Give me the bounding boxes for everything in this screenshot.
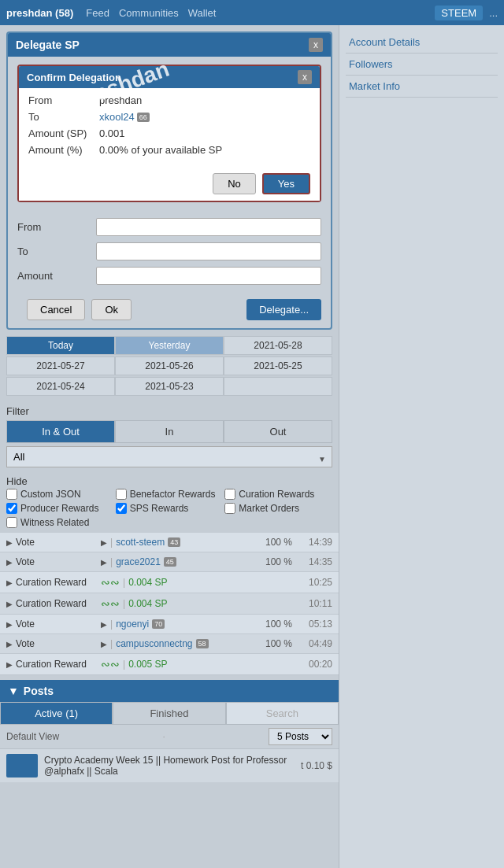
date-20210527[interactable]: 2021-05-27 (6, 356, 115, 375)
confirm-from-label: From (28, 94, 99, 106)
tx-badge-vote-3: 70 (152, 619, 165, 629)
confirm-buttons: No Yes (19, 167, 320, 201)
date-20210525[interactable]: 2021-05-25 (224, 356, 332, 375)
tx-middle-vote-2: ▶ | grace2021 45 (101, 556, 253, 567)
tx-right-vote-4: 100 % 04:49 (253, 638, 332, 649)
tx-label-curation-3: Curation Reward (16, 659, 87, 670)
date-row-2: 2021-05-27 2021-05-26 2021-05-25 (6, 356, 332, 375)
date-20210528[interactable]: 2021-05-28 (224, 336, 332, 355)
date-row-3: 2021-05-24 2021-05-23 (6, 377, 332, 396)
confirm-modal-title: Confirm Delegation (27, 72, 121, 83)
delegate-from-input[interactable] (96, 218, 321, 236)
tx-play-icon-2: ▶ (101, 558, 107, 567)
tx-row-vote-2[interactable]: ▶ Vote ▶ | grace2021 45 100 % 14:35 (0, 552, 339, 572)
confirm-from-row: From preshdan (28, 94, 310, 106)
tx-expand-vote-1[interactable]: ▶ (6, 538, 13, 547)
date-today[interactable]: Today (6, 336, 115, 355)
right-panel-followers[interactable]: Followers (346, 54, 498, 76)
tx-time-curation-1: 10:25 (305, 577, 332, 588)
posts-tab-active[interactable]: Active (1) (0, 702, 113, 725)
tx-expand-vote-2[interactable]: ▶ (6, 558, 13, 567)
tx-expand-curation-1[interactable]: ▶ (6, 578, 13, 587)
tx-sep-c2: | (123, 598, 125, 609)
hide-market-orders: Market Orders (224, 503, 332, 514)
right-panel-account-details[interactable]: Account Details (346, 31, 498, 54)
hide-benefactor-rewards-checkbox[interactable] (116, 489, 127, 500)
tx-sep-3: | (110, 619, 113, 630)
tx-expand-curation-2[interactable]: ▶ (6, 600, 13, 608)
tx-time-vote-4: 04:49 (305, 638, 332, 649)
confirm-from-value: preshdan (99, 94, 142, 106)
tx-steem-icon-2: ∾∾ (101, 597, 120, 610)
date-row-1: Today Yesterday 2021-05-28 (6, 336, 332, 355)
nav-feed[interactable]: Feed (86, 7, 109, 19)
hide-witness-related-checkbox[interactable] (6, 517, 17, 528)
tx-expand-curation-3[interactable]: ▶ (6, 660, 13, 669)
posts-tab-search[interactable]: Search (226, 702, 339, 725)
filter-select[interactable]: All Votes Transfers Curation Rewards Aut… (6, 446, 332, 467)
tx-expand-vote-4[interactable]: ▶ (6, 640, 13, 648)
post-thumbnail-1 (6, 754, 38, 778)
hide-producer-rewards-checkbox[interactable] (6, 503, 17, 514)
date-20210524[interactable]: 2021-05-24 (6, 377, 115, 396)
delegate-amount-input[interactable] (96, 267, 321, 285)
tx-label-curation-2: Curation Reward (16, 598, 87, 609)
post-item-1[interactable]: Crypto Academy Week 15 || Homework Post … (0, 748, 339, 782)
filter-label: Filter (6, 402, 332, 420)
posts-view-label: Default View (6, 731, 59, 742)
confirm-amount-sp-row: Amount (SP) 0.001 (28, 127, 310, 139)
posts-header-icon: ▼ (8, 685, 19, 697)
filter-tab-in[interactable]: In (115, 420, 224, 443)
tx-right-vote-2: 100 % 14:35 (253, 556, 332, 567)
delegate-to-row: To (17, 242, 321, 260)
filter-tab-out[interactable]: Out (224, 420, 332, 443)
confirm-modal-close[interactable]: x (298, 70, 312, 84)
posts-tab-finished[interactable]: Finished (113, 702, 225, 725)
tx-row-vote-1[interactable]: ▶ Vote ▶ | scott-steem 43 100 % 14:39 (0, 533, 339, 552)
hide-custom-json-checkbox[interactable] (6, 489, 17, 500)
tx-row-curation-1[interactable]: ▶ Curation Reward ∾∾ | 0.004 SP 10:25 (0, 572, 339, 593)
right-panel-market-info[interactable]: Market Info (346, 76, 498, 98)
tx-user-vote-4[interactable]: campusconnectng (116, 638, 192, 649)
nav-steem[interactable]: STEEM (435, 6, 483, 20)
filter-tab-in-out[interactable]: In & Out (6, 420, 115, 443)
date-20210526[interactable]: 2021-05-26 (115, 356, 224, 375)
confirm-to-value[interactable]: xkool24 (99, 111, 135, 123)
tx-time-vote-2: 14:35 (305, 556, 332, 567)
date-empty (224, 377, 332, 396)
date-20210523[interactable]: 2021-05-23 (115, 377, 224, 396)
tx-expand-vote-3[interactable]: ▶ (6, 620, 13, 629)
tx-row-curation-2[interactable]: ▶ Curation Reward ∾∾ | 0.004 SP 10:11 (0, 593, 339, 615)
delegate-amount-label: Amount (17, 270, 96, 282)
tx-row-curation-3[interactable]: ▶ Curation Reward ∾∾ | 0.005 SP 00:20 (0, 654, 339, 675)
tx-user-vote-1[interactable]: scott-steem (116, 537, 165, 548)
nav-wallet[interactable]: Wallet (188, 7, 217, 19)
tx-user-vote-3[interactable]: ngoenyi (116, 619, 149, 630)
hide-market-orders-label: Market Orders (239, 503, 299, 514)
date-yesterday[interactable]: Yesterday (115, 336, 224, 355)
nav-communities[interactable]: Communities (119, 7, 179, 19)
delegate-modal-close[interactable]: x (309, 38, 323, 52)
tx-row-vote-4[interactable]: ▶ Vote ▶ | campusconnectng 58 100 % 04:4… (0, 634, 339, 654)
tx-label-vote-3: Vote (16, 619, 35, 630)
confirm-yes-button[interactable]: Yes (262, 173, 310, 194)
confirm-no-button[interactable]: No (213, 173, 256, 194)
tx-label-vote-4: Vote (16, 638, 35, 649)
tx-row-vote-3[interactable]: ▶ Vote ▶ | ngoenyi 70 100 % 05:13 (0, 615, 339, 634)
delegate-ok-button[interactable]: Ok (91, 299, 132, 320)
hide-section: Hide Custom JSON Benefactor Rewards Cura… (6, 474, 332, 528)
tx-user-vote-2[interactable]: grace2021 (116, 556, 161, 567)
delegate-cancel-button[interactable]: Cancel (27, 299, 85, 320)
hide-curation-rewards-checkbox[interactable] (224, 489, 235, 500)
delegate-sp-modal: Delegate SP x Confirm Delegation x From … (6, 31, 332, 330)
delegate-to-input[interactable] (96, 242, 321, 260)
filter-tabs: In & Out In Out (6, 420, 332, 443)
filter-select-wrapper: All Votes Transfers Curation Rewards Aut… (6, 446, 332, 471)
hide-market-orders-checkbox[interactable] (224, 503, 235, 514)
nav-more[interactable]: ... (489, 7, 498, 19)
hide-sps-rewards-checkbox[interactable] (116, 503, 127, 514)
posts-count-select[interactable]: 5 Posts 10 Posts 20 Posts (269, 728, 332, 745)
tx-time-curation-2: 10:11 (305, 598, 332, 609)
delegate-action-button[interactable]: Delegate... (246, 299, 321, 320)
nav-user[interactable]: preshdan (58) (6, 7, 73, 19)
